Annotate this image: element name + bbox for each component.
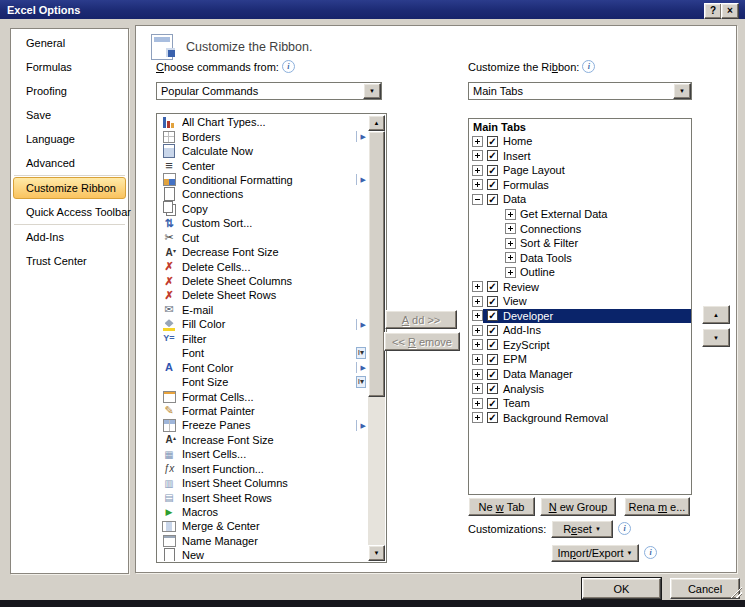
- tree-item-formulas[interactable]: ✓Formulas: [469, 178, 691, 193]
- dropdown-arrow-icon[interactable]: ▼: [363, 83, 381, 99]
- sidebar-item-formulas[interactable]: Formulas: [11, 55, 128, 79]
- expand-icon[interactable]: [472, 165, 483, 176]
- tree-item-body[interactable]: Outline: [516, 265, 691, 280]
- tree-item-add-ins[interactable]: ✓Add-Ins: [469, 323, 691, 338]
- tree-item-analysis[interactable]: ✓Analysis: [469, 381, 691, 396]
- checkbox-checked[interactable]: ✓: [487, 194, 498, 205]
- tree-item-body[interactable]: ✓Team: [483, 396, 691, 411]
- checkbox-checked[interactable]: ✓: [487, 150, 498, 161]
- move-up-button[interactable]: ▲: [702, 305, 730, 324]
- command-item-copy[interactable]: Copy: [158, 202, 368, 216]
- command-item-insert-cells[interactable]: ▦Insert Cells...: [158, 447, 368, 461]
- tree-item-data-manager[interactable]: ✓Data Manager: [469, 367, 691, 382]
- tree-item-body[interactable]: ✓Add-Ins: [483, 323, 691, 338]
- command-item-font[interactable]: FontI▾: [158, 346, 368, 360]
- add-button[interactable]: Add >>: [385, 310, 457, 329]
- sidebar-item-proofing[interactable]: Proofing: [11, 79, 128, 103]
- tree-item-body[interactable]: ✓View: [483, 294, 691, 309]
- expand-icon[interactable]: [472, 150, 483, 161]
- expand-icon[interactable]: [472, 296, 483, 307]
- tree-item-body[interactable]: Data Tools: [516, 250, 691, 265]
- command-item-borders[interactable]: Borders▶: [158, 129, 368, 143]
- sidebar-item-quick-access-toolbar[interactable]: Quick Access Toolbar: [11, 200, 128, 224]
- command-item-format-cells[interactable]: Format Cells...: [158, 389, 368, 403]
- sidebar-item-language[interactable]: Language: [11, 127, 128, 151]
- expand-icon[interactable]: [472, 339, 483, 350]
- command-item-delete-cells[interactable]: ✗Delete Cells...: [158, 259, 368, 273]
- checkbox-checked[interactable]: ✓: [487, 179, 498, 190]
- rename-button[interactable]: Rename...: [624, 497, 690, 516]
- command-item-freeze-panes[interactable]: Freeze Panes▶: [158, 418, 368, 432]
- cancel-button[interactable]: Cancel: [670, 578, 740, 599]
- checkbox-checked[interactable]: ✓: [487, 281, 498, 292]
- expand-icon[interactable]: [472, 325, 483, 336]
- tree-item-body[interactable]: ✓Developer: [483, 309, 691, 324]
- command-item-font-size[interactable]: Font SizeI▾: [158, 375, 368, 389]
- command-item-connections[interactable]: Connections: [158, 187, 368, 201]
- tree-item-body[interactable]: ✓Home: [483, 134, 691, 149]
- command-item-calculate-now[interactable]: Calculate Now: [158, 144, 368, 158]
- tree-item-home[interactable]: ✓Home: [469, 134, 691, 149]
- tree-item-body[interactable]: ✓EzyScript: [483, 338, 691, 353]
- checkbox-checked[interactable]: ✓: [487, 339, 498, 350]
- checkbox-checked[interactable]: ✓: [487, 165, 498, 176]
- tree-item-review[interactable]: ✓Review: [469, 279, 691, 294]
- tree-item-body[interactable]: ✓Data Manager: [483, 367, 691, 382]
- tree-item-outline[interactable]: Outline: [469, 265, 691, 280]
- command-item-fill-color[interactable]: Fill Color▶: [158, 317, 368, 331]
- tree-item-developer[interactable]: ✓Developer: [469, 309, 691, 324]
- checkbox-checked[interactable]: ✓: [487, 136, 498, 147]
- command-item-new[interactable]: New: [158, 548, 368, 561]
- tree-item-epm[interactable]: ✓EPM: [469, 352, 691, 367]
- tree-item-body[interactable]: ✓Page Layout: [483, 163, 691, 178]
- tree-item-body[interactable]: ✓Insert: [483, 149, 691, 164]
- tree-item-get-external-data[interactable]: Get External Data: [469, 207, 691, 222]
- tree-item-connections[interactable]: Connections: [469, 221, 691, 236]
- tree-item-body[interactable]: ✓Background Removal: [483, 410, 691, 425]
- expand-icon[interactable]: [472, 369, 483, 380]
- command-item-macros[interactable]: ▶Macros: [158, 505, 368, 519]
- expand-icon[interactable]: [472, 136, 483, 147]
- checkbox-checked[interactable]: ✓: [487, 398, 498, 409]
- expand-icon[interactable]: [472, 179, 483, 190]
- collapse-icon[interactable]: [472, 194, 483, 205]
- scroll-down-icon[interactable]: ▼: [368, 545, 385, 561]
- ok-button[interactable]: OK: [582, 578, 661, 599]
- tree-item-body[interactable]: Sort & Filter: [516, 236, 691, 251]
- tree-item-data[interactable]: ✓Data: [469, 192, 691, 207]
- command-item-custom-sort[interactable]: ⇅Custom Sort...: [158, 216, 368, 230]
- command-item-insert-function[interactable]: ƒxInsert Function...: [158, 462, 368, 476]
- expand-icon[interactable]: [505, 252, 516, 263]
- remove-button[interactable]: << Remove: [384, 332, 460, 351]
- sidebar-item-save[interactable]: Save: [11, 103, 128, 127]
- scroll-up-icon[interactable]: ▲: [368, 115, 385, 131]
- expand-icon[interactable]: [472, 354, 483, 365]
- scrollbar-thumb[interactable]: [368, 131, 385, 397]
- expand-icon[interactable]: [505, 238, 516, 249]
- expand-icon[interactable]: [472, 281, 483, 292]
- command-item-e-mail[interactable]: ✉E-mail: [158, 303, 368, 317]
- command-item-filter[interactable]: Y=Filter: [158, 332, 368, 346]
- command-item-merge-center[interactable]: Merge & Center: [158, 519, 368, 533]
- tree-item-team[interactable]: ✓Team: [469, 396, 691, 411]
- tree-item-body[interactable]: ✓EPM: [483, 352, 691, 367]
- tree-item-insert[interactable]: ✓Insert: [469, 149, 691, 164]
- command-item-center[interactable]: ≡Center: [158, 158, 368, 172]
- checkbox-checked[interactable]: ✓: [487, 354, 498, 365]
- expand-icon[interactable]: [472, 310, 483, 321]
- sidebar-item-trust-center[interactable]: Trust Center: [11, 249, 128, 273]
- command-item-format-painter[interactable]: ✎Format Painter: [158, 404, 368, 418]
- command-item-insert-sheet-columns[interactable]: ▥Insert Sheet Columns: [158, 476, 368, 490]
- customize-ribbon-dropdown[interactable]: Main Tabs ▼: [468, 82, 692, 100]
- expand-icon[interactable]: [472, 383, 483, 394]
- checkbox-checked[interactable]: ✓: [487, 325, 498, 336]
- command-item-decrease-font-size[interactable]: Decrease Font Size: [158, 245, 368, 259]
- tree-item-view[interactable]: ✓View: [469, 294, 691, 309]
- tree-item-body[interactable]: ✓Data: [483, 192, 691, 207]
- tree-item-body[interactable]: ✓Review: [483, 279, 691, 294]
- expand-icon[interactable]: [505, 267, 516, 278]
- sidebar-item-customize-ribbon[interactable]: Customize Ribbon: [13, 177, 126, 199]
- reset-button[interactable]: Reset ▼: [551, 520, 613, 538]
- expand-icon[interactable]: [505, 209, 516, 220]
- move-down-button[interactable]: ▼: [702, 328, 730, 347]
